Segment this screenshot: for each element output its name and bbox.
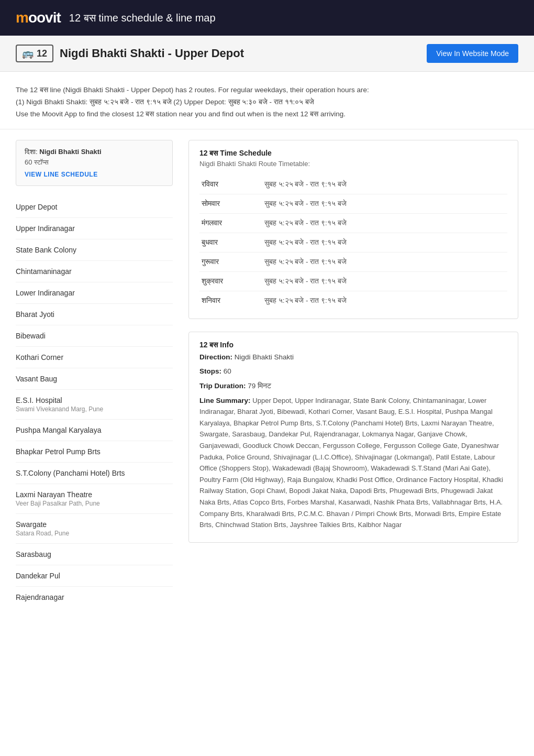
schedule-hours: सुबह ५:२५ बजे - रात ९:१५ बजे (262, 291, 507, 310)
stop-name: State Bank Colony (16, 246, 76, 254)
time-schedule-section: 12 बस Time Schedule Nigdi Bhakti Shakti … (188, 140, 518, 319)
schedule-hours: सुबह ५:२५ बजे - रात ९:१५ बजे (262, 271, 507, 291)
info-title: 12 बस Info (199, 341, 507, 349)
schedule-hours: सुबह ५:२५ बजे - रात ९:१५ बजे (262, 194, 507, 213)
route-name: Nigdi Bhakti Shakti - Upper Depot (60, 47, 244, 60)
description-line3: Use the Moovit App to find the closest 1… (16, 108, 518, 120)
stops-count: 60 स्टॉप्स (25, 158, 164, 167)
schedule-day: मंगलवार (199, 213, 262, 233)
time-schedule-title: 12 बस Time Schedule (199, 149, 507, 158)
schedule-day: बुधवार (199, 233, 262, 252)
view-website-button[interactable]: View In Website Mode (427, 44, 518, 63)
list-item: Pushpa Mangal Karyalaya (16, 420, 173, 441)
info-duration-label: Trip Duration: (199, 382, 246, 390)
table-row: गुरूवार सुबह ५:२५ बजे - रात ९:१५ बजे (199, 252, 507, 271)
list-item: State Bank Colony (16, 239, 173, 261)
schedule-day: सोमवार (199, 194, 262, 213)
info-stops-label: Stops: (199, 367, 221, 375)
view-schedule-link[interactable]: VIEW LINE SCHEDULE (25, 171, 98, 178)
info-direction-value: Nigdi Bhakti Shakti (235, 353, 294, 361)
stop-name: Swargate (16, 520, 47, 529)
list-item: Chintamaninagar (16, 261, 173, 282)
info-summary-value: Upper Depot, Upper Indiranagar, State Ba… (199, 397, 503, 529)
list-item: Lower Indiranagar (16, 282, 173, 304)
direction-name: Nigdi Bhakti Shakti (39, 148, 101, 156)
stop-name: Bhapkar Petrol Pump Brts (16, 447, 101, 456)
bus-number-badge: 🚌 12 (16, 45, 53, 62)
stop-name: Laxmi Narayan Theatre (16, 490, 92, 499)
stop-name: Upper Depot (16, 203, 57, 211)
stop-sub: Satara Road, Pune (16, 530, 173, 537)
schedule-day: रविवार (199, 175, 262, 194)
table-row: रविवार सुबह ५:२५ बजे - रात ९:१५ बजे (199, 175, 507, 194)
logo-text: moovit (16, 9, 61, 26)
stop-name: Dandekar Pul (16, 572, 60, 580)
stop-name: E.S.I. Hospital (16, 396, 62, 404)
info-stops: Stops: 60 (199, 366, 507, 377)
stop-name: Kothari Corner (16, 353, 63, 361)
schedule-hours: सुबह ५:२५ बजे - रात ९:१५ बजे (262, 233, 507, 252)
list-item: Laxmi Narayan TheatreVeer Baji Pasalkar … (16, 484, 173, 514)
list-item: Bibewadi (16, 325, 173, 347)
info-direction-label: Direction: (199, 353, 232, 361)
stop-list: Upper DepotUpper IndiranagarState Bank C… (16, 196, 173, 608)
list-item: Dandekar Pul (16, 565, 173, 587)
schedule-hours: सुबह ५:२५ बजे - रात ९:१५ बजे (262, 175, 507, 194)
table-row: मंगलवार सुबह ५:२५ बजे - रात ९:१५ बजे (199, 213, 507, 233)
list-item: E.S.I. HospitalSwami Vivekanand Marg, Pu… (16, 390, 173, 420)
list-item: SwargateSatara Road, Pune (16, 514, 173, 544)
time-schedule-subtitle: Nigdi Bhakti Shakti Route Timetable: (199, 160, 507, 168)
list-item: Vasant Baug (16, 368, 173, 390)
stop-name: Upper Indiranagar (16, 224, 75, 233)
stop-name: Sarasbaug (16, 550, 51, 558)
list-item: Bhapkar Petrol Pump Brts (16, 441, 173, 463)
direction-label: दिशा: Nigdi Bhakti Shakti (25, 148, 164, 156)
info-section: 12 बस Info Direction: Nigdi Bhakti Shakt… (188, 332, 518, 543)
table-row: सोमवार सुबह ५:२५ बजे - रात ९:१५ बजे (199, 194, 507, 213)
list-item: Kothari Corner (16, 347, 173, 368)
description-line2: (1) Nigdi Bhakti Shakti: सुबह ५:२५ बजे -… (16, 96, 518, 108)
table-row: शनिवार सुबह ५:२५ बजे - रात ९:१५ बजे (199, 291, 507, 310)
bus-number: 12 (37, 48, 47, 59)
list-item: Sarasbaug (16, 544, 173, 565)
info-summary: Line Summary: Upper Depot, Upper Indiran… (199, 395, 507, 531)
header: moovit 12 बस time schedule & line map (0, 0, 534, 36)
direction-hindi-label: दिशा: (25, 148, 38, 156)
main-content: दिशा: Nigdi Bhakti Shakti 60 स्टॉप्स VIE… (0, 129, 534, 618)
stop-name: Vasant Baug (16, 375, 57, 383)
schedule-day: गुरूवार (199, 252, 262, 271)
right-column: 12 बस Time Schedule Nigdi Bhakti Shakti … (188, 140, 518, 608)
schedule-hours: सुबह ५:२५ बजे - रात ९:१५ बजे (262, 252, 507, 271)
stop-sub: Veer Baji Pasalkar Path, Pune (16, 500, 173, 507)
schedule-day: शुक्रवार (199, 271, 262, 291)
stop-name: Chintamaninagar (16, 267, 72, 276)
sub-header: 🚌 12 Nigdi Bhakti Shakti - Upper Depot V… (0, 36, 534, 72)
stop-name: Lower Indiranagar (16, 289, 75, 297)
stop-name: Bharat Jyoti (16, 310, 54, 319)
header-title: 12 बस time schedule & line map (69, 12, 216, 24)
description-section: The 12 बस line (Nigdi Bhakti Shakti - Up… (0, 72, 534, 129)
logo: moovit (16, 9, 61, 26)
list-item: Rajendranagar (16, 587, 173, 608)
direction-box: दिशा: Nigdi Bhakti Shakti 60 स्टॉप्स VIE… (16, 140, 173, 186)
stop-name: Rajendranagar (16, 593, 64, 601)
stop-name: S.T.Colony (Panchami Hotel) Brts (16, 469, 125, 477)
info-duration: Trip Duration: 79 मिनट (199, 380, 507, 392)
info-duration-value: 79 मिनट (248, 382, 271, 390)
stop-name: Pushpa Mangal Karyalaya (16, 426, 101, 434)
table-row: शुक्रवार सुबह ५:२५ बजे - रात ९:१५ बजे (199, 271, 507, 291)
table-row: बुधवार सुबह ५:२५ बजे - रात ९:१५ बजे (199, 233, 507, 252)
info-direction: Direction: Nigdi Bhakti Shakti (199, 352, 507, 363)
list-item: Upper Indiranagar (16, 218, 173, 239)
description-line1: The 12 बस line (Nigdi Bhakti Shakti - Up… (16, 84, 518, 96)
schedule-hours: सुबह ५:२५ बजे - रात ९:१५ बजे (262, 213, 507, 233)
route-badge: 🚌 12 Nigdi Bhakti Shakti - Upper Depot (16, 45, 244, 62)
stop-sub: Swami Vivekanand Marg, Pune (16, 406, 173, 413)
list-item: Upper Depot (16, 196, 173, 218)
bus-icon: 🚌 (22, 48, 34, 59)
left-column: दिशा: Nigdi Bhakti Shakti 60 स्टॉप्स VIE… (16, 140, 173, 608)
list-item: S.T.Colony (Panchami Hotel) Brts (16, 463, 173, 484)
info-summary-label: Line Summary: (199, 397, 251, 404)
list-item: Bharat Jyoti (16, 304, 173, 325)
stop-name: Bibewadi (16, 332, 46, 340)
